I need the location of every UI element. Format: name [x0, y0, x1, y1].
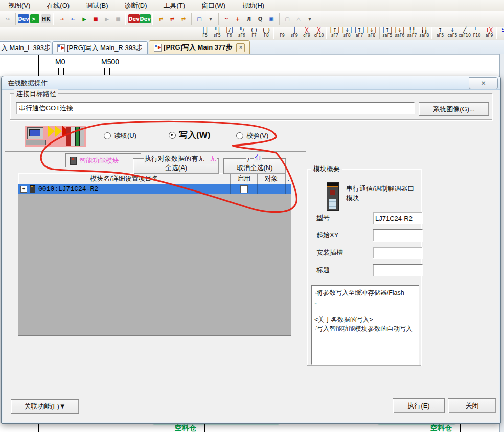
toolbar-overflow-icon[interactable]: ▾	[205, 13, 216, 25]
module-description: 串行通信/调制解调器口模块	[346, 184, 419, 203]
enable-checkbox[interactable]	[240, 185, 248, 193]
ladder-toolbar-group: ┤├F5╨├sF5┤/├F6╨/sF6( )F7{ }F8	[197, 27, 274, 39]
column-header-more[interactable]: .	[286, 173, 291, 184]
contact-symbol	[58, 68, 59, 75]
device-batch-monitor-icon[interactable]: Dev	[128, 13, 140, 25]
find-contact-icon[interactable]: HK	[40, 13, 52, 25]
ladder-tool-button[interactable]: ┼↑┼saF5	[381, 27, 394, 39]
ladder-tool-button[interactable]: ╁╁saF8	[418, 27, 430, 39]
ladder-tool-button[interactable]: │sF9	[288, 27, 301, 39]
monitor-pause-icon[interactable]: ▶	[101, 13, 112, 25]
field-value[interactable]	[373, 264, 423, 276]
write-info-box[interactable]: ·将参数写入至缓冲存储器/Flash。<关于各数据的写入>·写入智能功能模块参数…	[311, 285, 419, 365]
connection-path-field[interactable]: 串行通信GOT连接	[16, 102, 415, 114]
ladder-tool-button[interactable]: ┤├F5	[199, 27, 211, 39]
ladder-tool-button[interactable]: ╱caF10	[459, 27, 471, 39]
pulse-monitor-icon[interactable]: Л	[243, 13, 255, 25]
tab-close-icon[interactable]: ✕	[236, 43, 245, 52]
summary-field-row: 安装插槽	[316, 247, 418, 259]
find-screen-icon[interactable]: >_	[29, 13, 40, 25]
execute-button[interactable]: 执行(E)	[393, 398, 445, 413]
screen-monitor-icon[interactable]: ▣	[266, 13, 277, 25]
column-header-name[interactable]: 模块名/详细设置项目名	[18, 173, 231, 184]
table-row[interactable]: + 0010:LJ71C24-R2	[18, 184, 291, 194]
application-window: 视图(V)在线(O)调试(B)诊断(D)工具(T)窗口(W)帮助(H) ↪Dev…	[0, 0, 504, 432]
tab-main-active[interactable]: [PRG]写入 Main 377步 ✕	[149, 40, 250, 54]
transfer-setup-icon[interactable]: ⇄	[178, 13, 189, 25]
connection-path-label: 连接目标路径	[14, 89, 58, 99]
write-verify-icon[interactable]: ⇄	[167, 13, 178, 25]
remote-operation-icon[interactable]: □	[194, 13, 205, 25]
info-line: ·将参数写入至缓冲存储器/Flash	[314, 288, 418, 297]
column-header-enable[interactable]: 启用	[231, 173, 258, 184]
verify-radio[interactable]: 校验(V)	[236, 131, 268, 140]
module-zoom-icon[interactable]: Q	[255, 13, 266, 25]
expand-icon[interactable]: +	[20, 186, 27, 193]
ladder-tool-button[interactable]: ┤↓├sF8	[341, 27, 353, 39]
ladder-tool-button[interactable]: ╀╀saF7	[406, 27, 418, 39]
menu-item[interactable]: 帮助(H)	[234, 0, 272, 12]
close-icon[interactable]: ✕	[469, 77, 498, 89]
ladder-tool-button[interactable]: ┤↑├sF7	[329, 27, 341, 39]
disabled-tool-icon[interactable]: ▢	[282, 13, 293, 25]
write-radio[interactable]: 写入(W)	[169, 129, 210, 141]
ladder-tool-button[interactable]: ┤↓┤aF8	[365, 27, 378, 39]
tab-main-r[interactable]: [PRG]写入 Main_R 393步	[52, 41, 148, 54]
ladder-tool-button[interactable]: ↑aF5	[434, 27, 446, 39]
menu-item[interactable]: 调试(B)	[78, 0, 116, 12]
related-functions-button[interactable]: 关联功能(F)▼	[11, 399, 79, 414]
menu-item[interactable]: 工具(T)	[155, 0, 194, 12]
menu-item[interactable]: 窗口(W)	[193, 0, 234, 12]
field-value[interactable]: LJ71C24-R2	[373, 212, 423, 224]
table-header: 模块名/详细设置项目名 启用 对象 .	[18, 173, 291, 184]
menu-item[interactable]: 诊断(D)	[116, 0, 155, 12]
field-value[interactable]	[373, 247, 423, 259]
verify-with-plc-icon[interactable]: ⇄	[155, 13, 167, 25]
contact-symbol	[109, 68, 110, 75]
device-register-monitor-icon[interactable]: Dev	[140, 13, 151, 25]
ladder-tool-button[interactable]: ST	[499, 27, 504, 39]
monitor-write-icon[interactable]: ■	[112, 13, 124, 25]
read-radio[interactable]: 读取(U)	[104, 131, 136, 140]
system-image-button[interactable]: 系统图像(G)...	[419, 102, 489, 116]
ladder-tool-button[interactable]: ┤↑┤aF7	[353, 27, 365, 39]
column-header-target[interactable]: 对象	[258, 173, 286, 184]
menu-item[interactable]: 视图(V)	[0, 0, 38, 12]
dialog-titlebar[interactable]: 在线数据操作 ✕	[2, 76, 500, 90]
monitor-stop-icon[interactable]: ■	[90, 13, 101, 25]
ladder-tool-button[interactable]: ┼↓┼saF6	[394, 27, 406, 39]
read-from-plc-icon[interactable]: ←	[67, 13, 79, 25]
monitor-start-icon[interactable]: ▶	[79, 13, 90, 25]
ladder-tool-button[interactable]: ( )F7	[248, 27, 260, 39]
ladder-tool-button[interactable]: └─F10	[471, 27, 483, 39]
ladder-tool-button[interactable]: ╨├sF5	[211, 27, 223, 39]
close-button[interactable]: 关闭	[448, 398, 496, 413]
device-label: M500	[101, 58, 119, 66]
redo-icon[interactable]: ↪	[2, 13, 13, 25]
toolbar-overflow2-icon[interactable]: ▾	[304, 13, 315, 25]
ladder-tool-button[interactable]: ╳cF9	[301, 27, 313, 39]
ladder-tool-button[interactable]: T╳aF9	[483, 27, 495, 39]
ladder-tool-button[interactable]: ╳cF10	[313, 27, 325, 39]
main-toolbar: ↪Dev>_HK→←▶■▶■DevDev⇄⇄⇄□▾~+ЛQ▣▢△▾	[0, 11, 504, 27]
ladder-tool-button[interactable]: ─F9	[276, 27, 288, 39]
ladder-tool-button[interactable]: ╨/sF6	[236, 27, 248, 39]
field-value[interactable]	[373, 229, 423, 242]
trend-graph-icon[interactable]: ~	[221, 13, 232, 25]
entry-data-monitor-icon[interactable]: +	[232, 13, 243, 25]
ladder-toolbar-spacer	[0, 27, 197, 40]
menu-item[interactable]: 在线(O)	[38, 0, 78, 12]
ladder-editor-bottom: 空料仓 空料仓	[0, 423, 504, 432]
ladder-tool-button[interactable]: { }F8	[260, 27, 272, 39]
write-to-plc-icon[interactable]: →	[56, 13, 67, 25]
ladder-tool-button[interactable]: ↓caF5	[446, 27, 459, 39]
tab-main-l[interactable]: 入 Main_L 393步	[0, 41, 51, 54]
module-icon	[70, 157, 77, 165]
tab-intelligent-function-module[interactable]: 智能功能模块	[65, 153, 141, 167]
find-device-icon[interactable]: Dev	[18, 13, 29, 25]
disabled-tool2-icon[interactable]: △	[293, 13, 304, 25]
toolbar-group: Dev>_HK	[15, 13, 54, 25]
ladder-tool-button[interactable]: ┤/├F6	[223, 27, 236, 39]
toolbar-group: ~+ЛQ▣	[218, 13, 279, 25]
prg-write-icon	[154, 44, 162, 52]
